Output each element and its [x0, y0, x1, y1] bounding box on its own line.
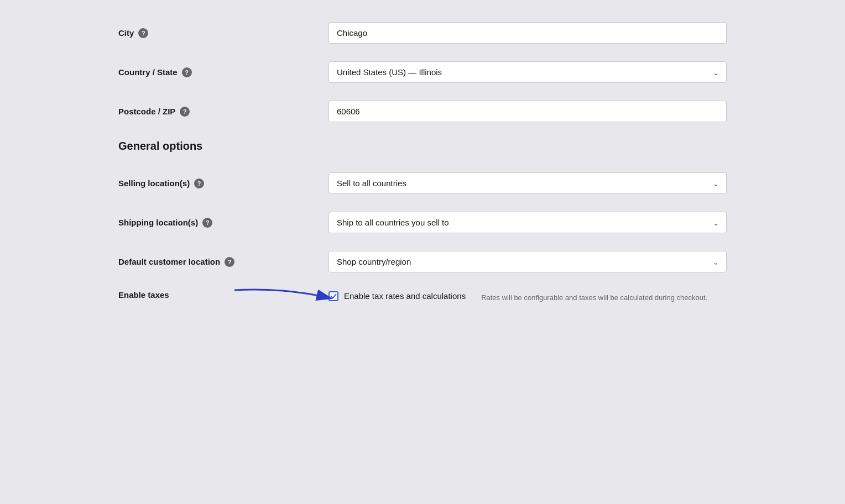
shipping-locations-label: Shipping location(s) — [118, 218, 198, 227]
general-options-section: General options — [118, 140, 727, 153]
arrow-pointer-icon — [229, 285, 340, 312]
selling-locations-label: Selling location(s) — [118, 179, 190, 188]
shipping-locations-select[interactable]: Ship to all countries you sell to Ship t… — [328, 212, 727, 233]
selling-locations-select-wrapper: Sell to all countries Sell to specific c… — [328, 172, 727, 194]
city-control — [328, 22, 727, 44]
default-customer-location-help-icon[interactable]: ? — [225, 257, 234, 267]
city-help-icon[interactable]: ? — [138, 28, 148, 38]
selling-locations-row: Selling location(s) ? Sell to all countr… — [118, 172, 727, 194]
selling-locations-control: Sell to all countries Sell to specific c… — [328, 172, 727, 194]
postcode-row: Postcode / ZIP ? — [118, 101, 727, 122]
default-customer-location-select-wrapper: Shop country/region No location by defau… — [328, 251, 727, 272]
postcode-help-icon[interactable]: ? — [180, 107, 190, 117]
enable-taxes-arrow-wrapper: Enable tax rates and calculations Rates … — [328, 290, 727, 302]
city-row: City ? — [118, 22, 727, 44]
general-options-title: General options — [118, 140, 727, 153]
city-label-group: City ? — [118, 28, 328, 38]
selling-locations-select[interactable]: Sell to all countries Sell to specific c… — [328, 172, 727, 194]
country-state-select[interactable]: United States (US) — Illinois United Kin… — [328, 61, 727, 83]
shipping-locations-label-group: Shipping location(s) ? — [118, 218, 328, 228]
city-input[interactable] — [328, 22, 727, 44]
country-state-row: Country / State ? United States (US) — I… — [118, 61, 727, 83]
country-state-label: Country / State — [118, 67, 178, 77]
postcode-control — [328, 101, 727, 122]
enable-taxes-label: Enable taxes — [118, 290, 169, 300]
enable-taxes-control: Enable tax rates and calculations Rates … — [328, 290, 727, 302]
city-label: City — [118, 28, 134, 38]
default-customer-location-select[interactable]: Shop country/region No location by defau… — [328, 251, 727, 272]
country-state-select-wrapper: United States (US) — Illinois United Kin… — [328, 61, 727, 83]
country-state-help-icon[interactable]: ? — [182, 67, 192, 77]
postcode-label-group: Postcode / ZIP ? — [118, 107, 328, 117]
country-state-control: United States (US) — Illinois United Kin… — [328, 61, 727, 83]
enable-taxes-row: Enable taxes — [118, 290, 727, 302]
default-customer-location-label-group: Default customer location ? — [118, 257, 328, 267]
default-customer-location-control: Shop country/region No location by defau… — [328, 251, 727, 272]
postcode-input[interactable] — [328, 101, 727, 122]
shipping-locations-help-icon[interactable]: ? — [202, 218, 212, 228]
enable-taxes-hint: Rates will be configurable and taxes wil… — [481, 293, 707, 302]
shipping-locations-select-wrapper: Ship to all countries you sell to Ship t… — [328, 212, 727, 233]
settings-form: City ? Country / State ? United States (… — [118, 22, 727, 319]
country-state-label-group: Country / State ? — [118, 67, 328, 77]
default-customer-location-row: Default customer location ? Shop country… — [118, 251, 727, 272]
default-customer-location-label: Default customer location — [118, 257, 220, 266]
selling-locations-label-group: Selling location(s) ? — [118, 179, 328, 188]
shipping-locations-row: Shipping location(s) ? Ship to all count… — [118, 212, 727, 233]
selling-locations-help-icon[interactable]: ? — [194, 179, 204, 188]
shipping-locations-control: Ship to all countries you sell to Ship t… — [328, 212, 727, 233]
enable-taxes-checkbox-line: Enable tax rates and calculations — [328, 291, 466, 301]
enable-taxes-checkbox-label: Enable tax rates and calculations — [344, 291, 466, 301]
postcode-label: Postcode / ZIP — [118, 107, 175, 116]
